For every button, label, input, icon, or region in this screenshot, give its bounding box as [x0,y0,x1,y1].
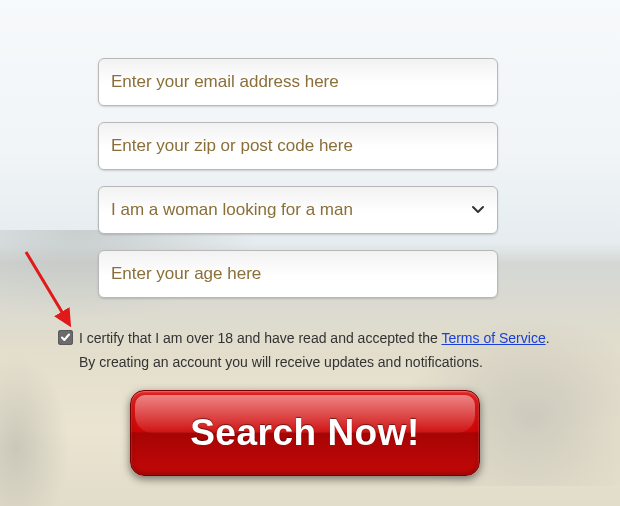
email-placeholder: Enter your email address here [111,72,339,92]
terms-checkbox[interactable] [58,330,73,345]
age-placeholder: Enter your age here [111,264,261,284]
terms-of-service-link[interactable]: Terms of Service [441,330,545,346]
zip-field[interactable]: Enter your zip or post code here [98,122,498,170]
email-field[interactable]: Enter your email address here [98,58,498,106]
terms-suffix: . [546,330,550,346]
zip-placeholder: Enter your zip or post code here [111,136,353,156]
terms-block: I certify that I am over 18 and have rea… [58,327,588,373]
gender-selected-value: I am a woman looking for a man [111,200,353,220]
terms-subtext: By creating an account you will receive … [58,351,588,373]
terms-text: I certify that I am over 18 and have rea… [79,327,550,349]
gender-select[interactable]: I am a woman looking for a man [98,186,498,234]
age-field[interactable]: Enter your age here [98,250,498,298]
signup-form: Enter your email address here Enter your… [98,58,528,314]
terms-prefix: I certify that I am over 18 and have rea… [79,330,441,346]
chevron-down-icon [471,205,485,215]
search-now-button[interactable]: Search Now! [130,390,480,476]
search-now-label: Search Now! [190,412,420,454]
